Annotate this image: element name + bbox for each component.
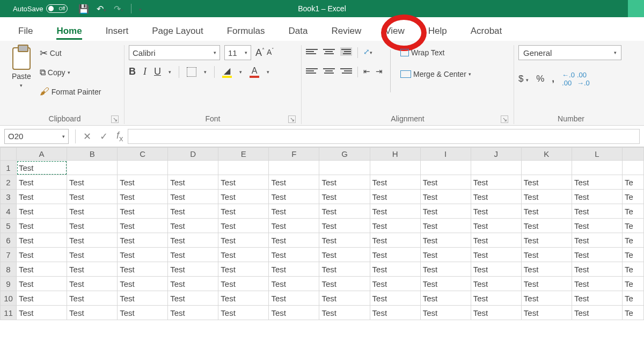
autosave-toggle[interactable]: AutoSave Off xyxy=(13,4,68,13)
cell[interactable]: Test xyxy=(319,204,370,219)
undo-icon[interactable]: ↶▾ xyxy=(97,4,106,14)
tab-view[interactable]: View xyxy=(373,20,416,41)
tab-file[interactable]: File xyxy=(6,20,45,41)
orientation-button[interactable]: ⤢▾ xyxy=(363,47,372,58)
cell[interactable]: Test xyxy=(168,248,218,262)
cell[interactable]: Test xyxy=(269,233,319,248)
cell[interactable]: Test xyxy=(118,175,168,190)
cell[interactable]: Test xyxy=(168,277,218,291)
cell[interactable]: Test xyxy=(168,190,218,204)
cell[interactable]: Test xyxy=(471,262,521,277)
cell[interactable]: Test xyxy=(269,190,319,204)
paste-button[interactable]: Paste ▾ xyxy=(10,45,33,90)
cell[interactable]: Test xyxy=(319,306,370,320)
cell[interactable]: Test xyxy=(420,190,471,204)
chevron-down-icon[interactable]: ▾ xyxy=(267,69,269,75)
cell[interactable]: Test xyxy=(269,248,319,262)
cell[interactable]: Test xyxy=(269,204,319,219)
cell[interactable]: Test xyxy=(471,306,521,320)
cell[interactable]: Test xyxy=(17,262,67,277)
cell[interactable]: Test xyxy=(67,248,118,262)
row-header[interactable]: 11 xyxy=(1,306,17,320)
cell[interactable]: Test xyxy=(370,233,420,248)
align-top-button[interactable] xyxy=(306,47,318,56)
underline-button[interactable]: U xyxy=(154,66,161,77)
cell[interactable]: Te xyxy=(622,248,643,262)
cell[interactable]: Test xyxy=(319,219,370,233)
cell[interactable] xyxy=(622,161,643,175)
wrap-text-button[interactable]: Wrap Text xyxy=(398,47,473,58)
cell[interactable]: Test xyxy=(471,219,521,233)
cell[interactable]: Test xyxy=(471,248,521,262)
cell[interactable]: Test xyxy=(572,190,622,204)
borders-button[interactable] xyxy=(187,67,196,77)
copy-button[interactable]: ⧉ Copy ▾ xyxy=(38,67,104,78)
cell[interactable]: Test xyxy=(521,233,572,248)
cell[interactable]: Te xyxy=(622,277,643,291)
cell[interactable]: Test xyxy=(471,277,521,291)
cell[interactable]: Test xyxy=(521,262,572,277)
cell[interactable]: Test xyxy=(218,233,269,248)
cell[interactable] xyxy=(572,161,622,175)
increase-decimal-button[interactable]: ←.0.00 xyxy=(562,71,575,87)
cell[interactable] xyxy=(370,161,420,175)
cell[interactable] xyxy=(218,161,269,175)
cell[interactable]: Test xyxy=(572,219,622,233)
cell[interactable]: Test xyxy=(420,219,471,233)
cell[interactable]: Test xyxy=(17,248,67,262)
cell[interactable]: Test xyxy=(471,175,521,190)
cell[interactable]: Test xyxy=(218,306,269,320)
cell[interactable]: Test xyxy=(118,204,168,219)
font-name-select[interactable]: Calibri ▾ xyxy=(129,45,220,60)
cell[interactable]: Test xyxy=(420,248,471,262)
column-header[interactable]: I xyxy=(420,148,471,161)
cell[interactable]: Test xyxy=(521,306,572,320)
cell[interactable]: Test xyxy=(572,262,622,277)
cell[interactable]: Test xyxy=(370,175,420,190)
cell[interactable]: Test xyxy=(269,277,319,291)
cell[interactable]: Test xyxy=(218,190,269,204)
chevron-down-icon[interactable]: ▾ xyxy=(239,69,242,75)
cell[interactable]: Test xyxy=(572,175,622,190)
cell[interactable] xyxy=(471,161,521,175)
tab-insert[interactable]: Insert xyxy=(94,20,141,41)
select-all-corner[interactable] xyxy=(1,148,17,161)
enter-formula-icon[interactable]: ✓ xyxy=(96,131,112,142)
comma-format-button[interactable]: , xyxy=(552,74,554,84)
cell[interactable]: Test xyxy=(521,175,572,190)
column-header[interactable]: A xyxy=(17,148,67,161)
cell[interactable]: Test xyxy=(420,277,471,291)
cell[interactable]: Test xyxy=(572,248,622,262)
row-header[interactable]: 8 xyxy=(1,262,17,277)
cell[interactable]: Test xyxy=(17,161,67,175)
cell[interactable]: Test xyxy=(319,291,370,306)
cell[interactable]: Test xyxy=(168,175,218,190)
align-bottom-button[interactable] xyxy=(340,47,352,56)
cell[interactable]: Test xyxy=(269,262,319,277)
percent-format-button[interactable]: % xyxy=(536,74,544,84)
increase-font-icon[interactable]: A˄ xyxy=(255,47,265,59)
cell[interactable]: Test xyxy=(168,233,218,248)
dialog-launcher-icon[interactable]: ↘ xyxy=(111,115,119,123)
tab-data[interactable]: Data xyxy=(277,20,320,41)
cell[interactable]: Test xyxy=(17,233,67,248)
cell[interactable]: Test xyxy=(471,233,521,248)
cell[interactable]: Test xyxy=(319,262,370,277)
fill-color-button[interactable]: ◢ xyxy=(222,66,232,78)
format-painter-button[interactable]: 🖌 Format Painter xyxy=(38,85,104,98)
cell[interactable]: Test xyxy=(17,306,67,320)
cell[interactable]: Test xyxy=(370,219,420,233)
cell[interactable]: Test xyxy=(420,233,471,248)
cell[interactable]: Test xyxy=(521,291,572,306)
row-header[interactable]: 10 xyxy=(1,291,17,306)
cell[interactable]: Test xyxy=(572,204,622,219)
cancel-formula-icon[interactable]: ✕ xyxy=(79,131,96,142)
cell[interactable]: Test xyxy=(420,175,471,190)
row-header[interactable]: 1 xyxy=(1,161,17,175)
tab-home[interactable]: Home xyxy=(45,20,93,41)
cell[interactable]: Te xyxy=(622,306,643,320)
cell[interactable]: Test xyxy=(218,175,269,190)
tab-page-layout[interactable]: Page Layout xyxy=(140,20,215,41)
cell[interactable]: Test xyxy=(471,190,521,204)
cell[interactable]: Test xyxy=(218,291,269,306)
